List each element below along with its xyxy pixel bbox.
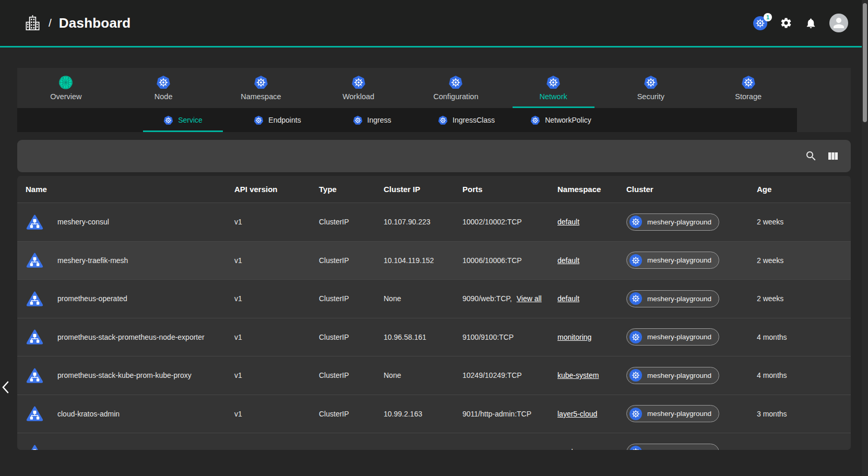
cluster-chip[interactable]: meshery-playground bbox=[626, 444, 719, 450]
ports: 9011/http-admin:TCP bbox=[462, 410, 531, 418]
cluster-chip[interactable]: meshery-playground bbox=[626, 252, 719, 269]
cluster-ip: None bbox=[384, 294, 462, 303]
ports: 10006/10006:TCP bbox=[462, 256, 522, 265]
namespace-link[interactable]: meshery bbox=[557, 448, 586, 450]
kubernetes-icon bbox=[629, 369, 642, 382]
service-name: meshery-traefik-mesh bbox=[57, 256, 128, 265]
cluster-ip: None bbox=[384, 371, 462, 379]
kubernetes-icon bbox=[254, 115, 264, 125]
cluster-chip[interactable]: meshery-playground bbox=[626, 213, 719, 231]
tab-namespace[interactable]: Namespace bbox=[212, 68, 310, 108]
table-row[interactable]: meshery meshery-playground bbox=[17, 433, 851, 450]
service-icon bbox=[26, 252, 44, 269]
age: 3 months bbox=[757, 410, 851, 418]
service-name: prometheus-stack-kube-prom-kube-proxy bbox=[57, 371, 192, 379]
view-columns-button[interactable] bbox=[827, 150, 839, 162]
cluster-name: meshery-playground bbox=[647, 333, 711, 341]
table-row[interactable]: prometheus-stack-kube-prom-kube-proxy v1… bbox=[17, 356, 851, 395]
column-header-type[interactable]: Type bbox=[319, 185, 384, 194]
tab-network[interactable]: Network bbox=[505, 68, 602, 108]
table-row[interactable]: prometheus-stack-prometheus-node-exporte… bbox=[17, 318, 851, 356]
cluster-chip[interactable]: meshery-playground bbox=[626, 290, 719, 307]
api-version: v1 bbox=[234, 333, 319, 341]
network-subtabs: Service Endpoints Ingress IngressClass N… bbox=[17, 108, 797, 132]
subtab-endpoints[interactable]: Endpoints bbox=[230, 108, 325, 132]
services-table: NameAPI versionTypeCluster IPPortsNamesp… bbox=[17, 176, 851, 450]
api-version: v1 bbox=[234, 371, 319, 379]
ports: 10002/10002:TCP bbox=[462, 218, 522, 226]
organization-building-icon[interactable] bbox=[24, 14, 41, 32]
column-header-name[interactable]: Name bbox=[26, 185, 234, 194]
namespace-link[interactable]: layer5-cloud bbox=[557, 410, 597, 418]
namespace-link[interactable]: monitoring bbox=[557, 333, 591, 341]
cluster-ip: 10.104.119.152 bbox=[384, 256, 462, 265]
app-header: / Dashboard 1 bbox=[0, 0, 862, 46]
age: 2 weeks bbox=[757, 256, 851, 265]
service-name: prometheus-operated bbox=[57, 294, 127, 303]
kubernetes-icon bbox=[438, 115, 448, 125]
service-icon bbox=[26, 213, 44, 231]
page-scrollbar-thumb[interactable] bbox=[863, 3, 867, 122]
tab-security[interactable]: Security bbox=[602, 68, 700, 108]
notifications-button[interactable] bbox=[805, 17, 817, 29]
service-type: ClusterIP bbox=[319, 294, 384, 303]
user-avatar[interactable] bbox=[829, 14, 848, 32]
settings-button[interactable] bbox=[780, 17, 792, 29]
age: 4 months bbox=[757, 371, 851, 379]
resource-tabs: Overview Node Namespace Workload Configu… bbox=[17, 68, 797, 108]
kubernetes-context-button[interactable]: 1 bbox=[753, 16, 767, 30]
service-icon bbox=[26, 367, 44, 384]
subtab-service[interactable]: Service bbox=[136, 108, 230, 132]
cluster-chip[interactable]: meshery-playground bbox=[626, 328, 719, 346]
tab-configuration[interactable]: Configuration bbox=[407, 68, 505, 108]
service-icon bbox=[26, 328, 44, 346]
kubernetes-icon bbox=[629, 331, 642, 343]
tab-overview[interactable]: Overview bbox=[17, 68, 115, 108]
subtab-networkpolicy[interactable]: NetworkPolicy bbox=[514, 108, 608, 132]
tab-node[interactable]: Node bbox=[115, 68, 212, 108]
table-row[interactable]: prometheus-operated v1 ClusterIP None 90… bbox=[17, 279, 851, 318]
table-row[interactable]: meshery-traefik-mesh v1 ClusterIP 10.104… bbox=[17, 241, 851, 280]
column-header-cluster[interactable]: Cluster bbox=[626, 185, 757, 194]
page-scrollbar-track bbox=[862, 0, 868, 476]
age: 2 weeks bbox=[757, 218, 851, 226]
drawer-collapse-button[interactable] bbox=[0, 379, 11, 397]
service-name: cloud-kratos-admin bbox=[57, 410, 120, 418]
app-root: / Dashboard 1 bbox=[0, 0, 868, 476]
table-row[interactable]: meshery-consul v1 ClusterIP 10.107.90.22… bbox=[17, 203, 851, 241]
tab-workload[interactable]: Workload bbox=[310, 68, 407, 108]
api-version: v1 bbox=[234, 294, 319, 303]
subtab-ingressclass[interactable]: IngressClass bbox=[419, 108, 514, 132]
column-header-api-version[interactable]: API version bbox=[234, 185, 319, 194]
tab-storage[interactable]: Storage bbox=[699, 68, 797, 108]
cluster-name: meshery-playground bbox=[647, 218, 711, 226]
column-header-cluster-ip[interactable]: Cluster IP bbox=[384, 185, 462, 194]
breadcrumb: / Dashboard bbox=[24, 14, 130, 32]
ports: 10249/10249:TCP bbox=[462, 371, 522, 379]
view-all-ports-link[interactable]: View all bbox=[517, 294, 542, 303]
api-version: v1 bbox=[234, 218, 319, 226]
service-type: ClusterIP bbox=[319, 256, 384, 265]
namespace-link[interactable]: kube-system bbox=[557, 371, 599, 379]
kubernetes-icon bbox=[448, 75, 463, 90]
search-button[interactable] bbox=[805, 150, 817, 162]
subtab-ingress[interactable]: Ingress bbox=[325, 108, 419, 132]
kubernetes-icon bbox=[351, 75, 366, 90]
resource-tabs-panel: Overview Node Namespace Workload Configu… bbox=[17, 68, 851, 132]
table-row[interactable]: cloud-kratos-admin v1 ClusterIP 10.99.2.… bbox=[17, 395, 851, 433]
service-icon bbox=[26, 290, 44, 307]
cluster-ip: 10.96.58.161 bbox=[384, 333, 462, 341]
cluster-chip[interactable]: meshery-playground bbox=[626, 367, 719, 384]
column-header-ports[interactable]: Ports bbox=[462, 185, 557, 194]
header-actions: 1 bbox=[753, 14, 848, 32]
cluster-chip[interactable]: meshery-playground bbox=[626, 405, 719, 422]
namespace-link[interactable]: default bbox=[557, 256, 579, 265]
column-header-age[interactable]: Age bbox=[757, 185, 851, 194]
ports: 9090/web:TCP, bbox=[462, 294, 512, 303]
chevron-left-icon bbox=[1, 379, 11, 395]
namespace-link[interactable]: default bbox=[557, 294, 579, 303]
namespace-link[interactable]: default bbox=[557, 218, 579, 226]
kubernetes-icon bbox=[163, 115, 173, 125]
column-header-namespace[interactable]: Namespace bbox=[557, 185, 626, 194]
cluster-name: meshery-playground bbox=[647, 410, 711, 418]
